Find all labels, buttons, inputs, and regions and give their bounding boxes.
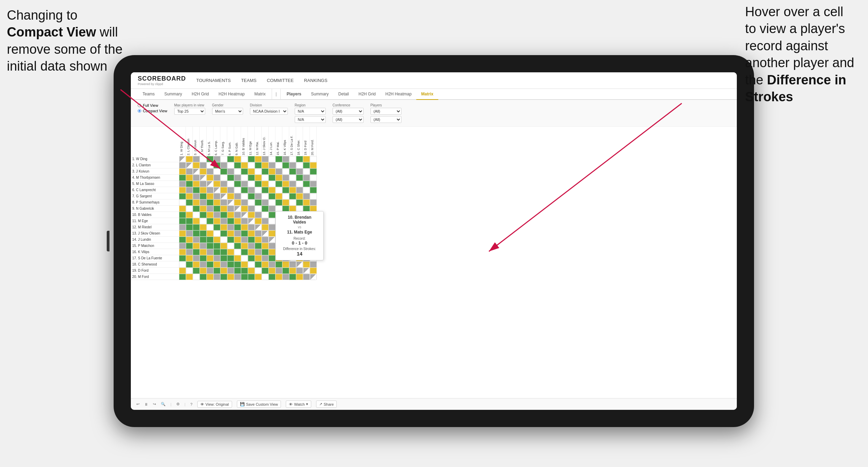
matrix-cell[interactable]: [193, 199, 200, 206]
matrix-cell[interactable]: [200, 175, 207, 181]
matrix-cell[interactable]: [248, 187, 255, 193]
undo-icon[interactable]: ↩: [136, 402, 139, 406]
matrix-cell[interactable]: [179, 218, 186, 224]
matrix-cell[interactable]: [207, 230, 213, 237]
matrix-cell[interactable]: [227, 261, 234, 268]
matrix-cell[interactable]: [207, 255, 213, 261]
matrix-cell[interactable]: [310, 261, 317, 268]
matrix-cell[interactable]: [310, 162, 317, 168]
matrix-cell[interactable]: [269, 199, 275, 206]
matrix-content[interactable]: 1. W Ding 2. L Clanton 3. J Koivun 4. M …: [131, 127, 737, 398]
matrix-cell[interactable]: [269, 206, 275, 212]
matrix-cell[interactable]: [275, 261, 282, 268]
sub-nav-h2h-heatmap2[interactable]: H2H Heatmap: [380, 89, 416, 100]
matrix-cell[interactable]: [227, 168, 234, 175]
matrix-cell[interactable]: [193, 193, 200, 199]
matrix-cell[interactable]: [296, 199, 303, 206]
matrix-cell[interactable]: [200, 249, 207, 255]
matrix-cell[interactable]: [303, 162, 310, 168]
matrix-cell[interactable]: [186, 274, 193, 280]
matrix-cell[interactable]: [269, 261, 275, 268]
matrix-cell[interactable]: [220, 193, 227, 199]
matrix-cell[interactable]: [234, 230, 241, 237]
matrix-cell[interactable]: [275, 193, 282, 199]
matrix-cell[interactable]: [275, 156, 282, 162]
matrix-cell[interactable]: [186, 187, 193, 193]
nav-committee[interactable]: COMMITTEE: [267, 76, 294, 84]
matrix-cell[interactable]: [303, 156, 310, 162]
matrix-cell[interactable]: [207, 175, 213, 181]
matrix-cell[interactable]: [227, 206, 234, 212]
matrix-cell[interactable]: [289, 261, 296, 268]
matrix-cell[interactable]: [186, 206, 193, 212]
matrix-cell[interactable]: [179, 274, 186, 280]
help-icon[interactable]: ?: [190, 402, 192, 406]
matrix-cell[interactable]: [282, 175, 289, 181]
matrix-cell[interactable]: [303, 187, 310, 193]
matrix-cell[interactable]: [213, 212, 220, 218]
matrix-cell[interactable]: [296, 168, 303, 175]
matrix-cell[interactable]: [262, 175, 269, 181]
matrix-cell[interactable]: [220, 181, 227, 187]
matrix-cell[interactable]: [255, 199, 262, 206]
matrix-cell[interactable]: [262, 181, 269, 187]
matrix-cell[interactable]: [179, 193, 186, 199]
matrix-cell[interactable]: [227, 162, 234, 168]
matrix-cell[interactable]: [289, 187, 296, 193]
matrix-cell[interactable]: [200, 193, 207, 199]
matrix-cell[interactable]: [262, 199, 269, 206]
matrix-cell[interactable]: [269, 224, 275, 230]
matrix-cell[interactable]: [303, 199, 310, 206]
matrix-cell[interactable]: [220, 243, 227, 249]
matrix-cell[interactable]: [255, 249, 262, 255]
matrix-cell[interactable]: [213, 261, 220, 268]
matrix-cell[interactable]: [207, 162, 213, 168]
matrix-cell[interactable]: [262, 249, 269, 255]
matrix-cell[interactable]: [282, 261, 289, 268]
matrix-cell[interactable]: [275, 162, 282, 168]
matrix-cell[interactable]: [255, 162, 262, 168]
matrix-cell[interactable]: [213, 156, 220, 162]
matrix-cell[interactable]: [303, 261, 310, 268]
matrix-cell[interactable]: [262, 224, 269, 230]
matrix-cell[interactable]: [186, 181, 193, 187]
settings-icon[interactable]: ⚙: [176, 402, 180, 406]
matrix-cell[interactable]: [255, 268, 262, 274]
matrix-cell[interactable]: [296, 181, 303, 187]
matrix-cell[interactable]: [200, 212, 207, 218]
matrix-cell[interactable]: [186, 175, 193, 181]
watch-btn[interactable]: 👁 Watch ▾: [286, 401, 311, 408]
matrix-cell[interactable]: [207, 249, 213, 255]
matrix-cell[interactable]: [255, 206, 262, 212]
matrix-cell[interactable]: [186, 224, 193, 230]
matrix-cell[interactable]: [248, 230, 255, 237]
matrix-cell[interactable]: [248, 274, 255, 280]
matrix-cell[interactable]: [227, 181, 234, 187]
matrix-cell[interactable]: [186, 218, 193, 224]
matrix-cell[interactable]: [310, 168, 317, 175]
matrix-cell[interactable]: [234, 218, 241, 224]
matrix-cell[interactable]: [289, 168, 296, 175]
matrix-cell[interactable]: [241, 199, 248, 206]
matrix-cell[interactable]: [179, 199, 186, 206]
matrix-cell[interactable]: [213, 206, 220, 212]
matrix-cell[interactable]: [200, 268, 207, 274]
matrix-cell[interactable]: [227, 249, 234, 255]
sub-nav-players[interactable]: Players: [282, 89, 306, 100]
matrix-cell[interactable]: [303, 268, 310, 274]
matrix-cell[interactable]: [255, 187, 262, 193]
matrix-cell[interactable]: [179, 268, 186, 274]
matrix-cell[interactable]: [248, 212, 255, 218]
matrix-cell[interactable]: [200, 181, 207, 187]
matrix-cell[interactable]: [241, 168, 248, 175]
matrix-cell[interactable]: [269, 212, 275, 218]
conference-select2[interactable]: (All): [333, 116, 364, 123]
sub-nav-matrix2[interactable]: Matrix: [416, 89, 438, 100]
matrix-cell[interactable]: [220, 274, 227, 280]
matrix-cell[interactable]: [220, 175, 227, 181]
matrix-cell[interactable]: [303, 181, 310, 187]
matrix-cell[interactable]: [193, 187, 200, 193]
matrix-cell[interactable]: [269, 187, 275, 193]
matrix-cell[interactable]: [241, 212, 248, 218]
matrix-cell[interactable]: [255, 224, 262, 230]
